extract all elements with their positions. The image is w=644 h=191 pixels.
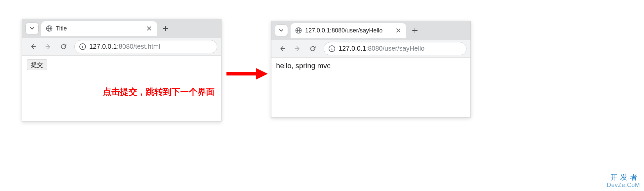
close-icon <box>396 28 401 33</box>
tab-strip: 127.0.0.1:8080/user/sayHello <box>271 21 470 40</box>
arrow-annotation <box>225 66 268 82</box>
toolbar: i 127.0.0.1:8080/test.html <box>22 38 221 56</box>
watermark-cn: 开发者 <box>607 173 640 182</box>
watermark-en: DevZe.CoM <box>607 182 640 189</box>
tab-title: Title <box>56 25 142 32</box>
arrow-left-icon <box>29 43 37 50</box>
site-info-icon[interactable]: i <box>79 43 86 50</box>
plus-icon <box>412 27 418 33</box>
caption-text: 点击提交，跳转到下一个界面 <box>103 86 215 98</box>
reload-button[interactable] <box>306 42 320 56</box>
site-info-icon[interactable]: i <box>329 45 335 52</box>
chevron-down-icon <box>29 26 35 31</box>
reload-icon <box>309 45 316 52</box>
tab-strip: Title <box>22 19 221 38</box>
page-content: 提交 点击提交，跳转到下一个界面 <box>22 56 221 121</box>
url-text: 127.0.0.1:8080/test.html <box>89 43 160 50</box>
page-content: hello, spring mvc <box>271 58 470 117</box>
plus-icon <box>163 25 169 31</box>
forward-button[interactable] <box>41 40 55 54</box>
url-text: 127.0.0.1:8080/user/sayHello <box>339 45 424 52</box>
arrow-right-icon <box>225 66 268 82</box>
body-text: hello, spring mvc <box>276 62 466 70</box>
arrow-left-icon <box>279 45 286 52</box>
reload-button[interactable] <box>57 40 70 54</box>
chevron-down-icon <box>279 28 284 33</box>
submit-button[interactable]: 提交 <box>27 60 47 70</box>
reload-icon <box>60 43 67 50</box>
tab-close-button[interactable] <box>395 27 402 34</box>
new-tab-button[interactable] <box>409 24 421 36</box>
tab-search-button[interactable] <box>275 24 288 36</box>
browser-tab[interactable]: Title <box>41 21 157 36</box>
watermark: 开发者 DevZe.CoM <box>607 173 640 189</box>
arrow-right-icon <box>45 43 52 50</box>
browser-window-right: 127.0.0.1:8080/user/sayHello i 127.0.0.1… <box>271 21 471 118</box>
back-button[interactable] <box>26 40 40 54</box>
tab-search-button[interactable] <box>25 23 39 34</box>
address-bar[interactable]: i 127.0.0.1:8080/user/sayHello <box>324 42 466 55</box>
browser-tab[interactable]: 127.0.0.1:8080/user/sayHello <box>291 23 406 38</box>
globe-icon <box>295 27 302 34</box>
address-bar[interactable]: i 127.0.0.1:8080/test.html <box>74 40 217 53</box>
tab-close-button[interactable] <box>146 25 152 32</box>
globe-icon <box>46 25 53 32</box>
close-icon <box>147 26 151 31</box>
svg-marker-4 <box>256 68 268 79</box>
back-button[interactable] <box>275 42 289 56</box>
toolbar: i 127.0.0.1:8080/user/sayHello <box>271 40 470 58</box>
browser-window-left: Title i 127.0.0.1:8080/test.html 提交 点击提交… <box>22 19 221 121</box>
arrow-right-icon <box>294 45 301 52</box>
tab-title: 127.0.0.1:8080/user/sayHello <box>305 27 392 34</box>
new-tab-button[interactable] <box>160 23 172 34</box>
forward-button[interactable] <box>291 42 304 56</box>
